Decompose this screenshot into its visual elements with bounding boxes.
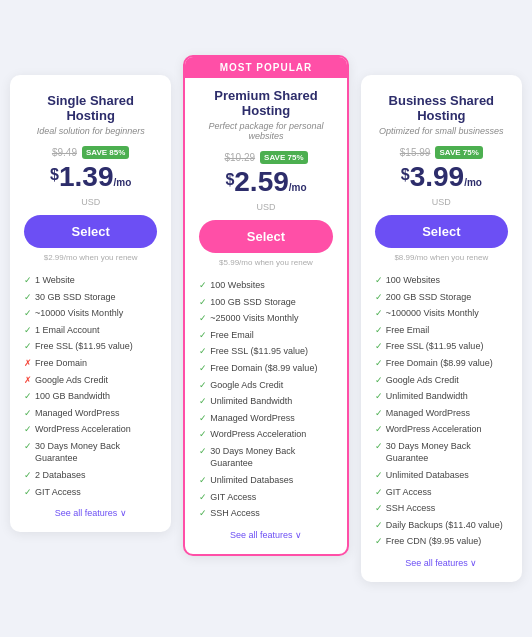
feature-text: ~100000 Visits Monthly xyxy=(386,307,479,320)
features-list: ✓100 Websites✓200 GB SSD Storage✓~100000… xyxy=(375,272,508,550)
feature-text: Free Domain ($8.99 value) xyxy=(386,357,493,370)
old-price: $9.49 xyxy=(52,147,77,158)
feature-item: ✓SSH Access xyxy=(375,500,508,517)
see-all-link[interactable]: See all features ∨ xyxy=(375,558,508,568)
pricing-container: Single Shared HostingIdeal solution for … xyxy=(10,55,522,582)
check-icon: ✓ xyxy=(375,374,383,387)
price-amount: 2.59 xyxy=(234,166,289,197)
plan-card-single: Single Shared HostingIdeal solution for … xyxy=(10,75,171,532)
feature-text: 2 Databases xyxy=(35,469,86,482)
check-icon: ✓ xyxy=(199,345,207,358)
feature-item: ✓Free CDN ($9.95 value) xyxy=(375,533,508,550)
currency-symbol: $ xyxy=(401,166,410,183)
feature-text: GIT Access xyxy=(386,486,432,499)
check-icon: ✓ xyxy=(199,445,207,458)
feature-item: ✓Free Domain ($8.99 value) xyxy=(199,360,332,377)
old-price: $10.29 xyxy=(224,152,255,163)
price-amount: 1.39 xyxy=(59,161,114,192)
check-icon: ✓ xyxy=(375,307,383,320)
feature-text: Free CDN ($9.95 value) xyxy=(386,535,482,548)
feature-text: Unlimited Bandwidth xyxy=(386,390,468,403)
feature-item: ✓30 Days Money Back Guarantee xyxy=(199,443,332,472)
usd-label: USD xyxy=(375,197,508,207)
select-button[interactable]: Select xyxy=(375,215,508,248)
feature-text: WordPress Acceleration xyxy=(210,428,306,441)
feature-item: ✓100 GB SSD Storage xyxy=(199,294,332,311)
feature-text: 100 GB SSD Storage xyxy=(210,296,296,309)
main-price: $2.59/mo xyxy=(199,166,332,198)
feature-text: 1 Website xyxy=(35,274,75,287)
check-icon: ✓ xyxy=(199,491,207,504)
features-list: ✓100 Websites✓100 GB SSD Storage✓~25000 … xyxy=(199,277,332,522)
feature-text: Free Domain ($8.99 value) xyxy=(210,362,317,375)
plan-name: Premium Shared Hosting xyxy=(199,88,332,118)
usd-label: USD xyxy=(199,202,332,212)
select-button[interactable]: Select xyxy=(199,220,332,253)
feature-text: WordPress Acceleration xyxy=(386,423,482,436)
feature-text: Free SSL ($11.95 value) xyxy=(210,345,308,358)
feature-text: Free Email xyxy=(210,329,254,342)
see-all-link[interactable]: See all features ∨ xyxy=(24,508,157,518)
feature-text: 1 Email Account xyxy=(35,324,100,337)
feature-item: ✓Free SSL ($11.95 value) xyxy=(375,338,508,355)
feature-text: 100 GB Bandwidth xyxy=(35,390,110,403)
feature-text: Unlimited Databases xyxy=(210,474,293,487)
check-icon: ✓ xyxy=(24,486,32,499)
popular-badge: MOST POPULAR xyxy=(185,57,346,78)
feature-item: ✓Managed WordPress xyxy=(199,410,332,427)
feature-item: ✓Free Email xyxy=(199,327,332,344)
feature-item: ✗Google Ads Credit xyxy=(24,372,157,389)
check-icon: ✓ xyxy=(375,519,383,532)
check-icon: ✓ xyxy=(199,507,207,520)
feature-item: ✓30 Days Money Back Guarantee xyxy=(375,438,508,467)
check-icon: ✓ xyxy=(199,362,207,375)
feature-text: 200 GB SSD Storage xyxy=(386,291,472,304)
feature-text: GIT Access xyxy=(35,486,81,499)
feature-text: Free Email xyxy=(386,324,430,337)
check-icon: ✓ xyxy=(24,291,32,304)
feature-text: Daily Backups ($11.40 value) xyxy=(386,519,503,532)
select-button[interactable]: Select xyxy=(24,215,157,248)
feature-text: Free Domain xyxy=(35,357,87,370)
feature-item: ✓200 GB SSD Storage xyxy=(375,289,508,306)
feature-text: ~10000 Visits Monthly xyxy=(35,307,123,320)
check-icon: ✓ xyxy=(375,274,383,287)
feature-item: ✓~10000 Visits Monthly xyxy=(24,305,157,322)
check-icon: ✓ xyxy=(199,329,207,342)
pricing-row: $15.99 SAVE 75% xyxy=(375,146,508,159)
check-icon: ✓ xyxy=(375,407,383,420)
feature-item: ✓Free SSL ($11.95 value) xyxy=(24,338,157,355)
feature-item: ✓Unlimited Bandwidth xyxy=(375,388,508,405)
feature-text: GIT Access xyxy=(210,491,256,504)
feature-item: ✓1 Email Account xyxy=(24,322,157,339)
check-icon: ✓ xyxy=(199,412,207,425)
check-icon: ✓ xyxy=(375,423,383,436)
feature-text: WordPress Acceleration xyxy=(35,423,131,436)
feature-item: ✓Managed WordPress xyxy=(375,405,508,422)
check-icon: ✓ xyxy=(375,324,383,337)
renew-note: $5.99/mo when you renew xyxy=(199,258,332,267)
save-badge: SAVE 85% xyxy=(82,146,129,159)
check-icon: ✓ xyxy=(24,307,32,320)
check-icon: ✓ xyxy=(24,390,32,403)
check-icon: ✓ xyxy=(375,535,383,548)
feature-item: ✓Free Email xyxy=(375,322,508,339)
feature-item: ✓100 Websites xyxy=(199,277,332,294)
usd-label: USD xyxy=(24,197,157,207)
feature-text: Google Ads Credit xyxy=(386,374,459,387)
save-badge: SAVE 75% xyxy=(435,146,482,159)
feature-text: Free SSL ($11.95 value) xyxy=(35,340,133,353)
feature-item: ✓Free Domain ($8.99 value) xyxy=(375,355,508,372)
check-icon: ✓ xyxy=(375,469,383,482)
see-all-link[interactable]: See all features ∨ xyxy=(199,530,332,540)
feature-item: ✓SSH Access xyxy=(199,505,332,522)
per-mo: /mo xyxy=(289,182,307,193)
feature-text: Unlimited Bandwidth xyxy=(210,395,292,408)
cross-icon: ✗ xyxy=(24,374,32,387)
feature-text: 30 Days Money Back Guarantee xyxy=(386,440,508,465)
check-icon: ✓ xyxy=(24,324,32,337)
feature-item: ✓~25000 Visits Monthly xyxy=(199,310,332,327)
feature-item: ✓Unlimited Bandwidth xyxy=(199,393,332,410)
check-icon: ✓ xyxy=(375,390,383,403)
plan-name: Business Shared Hosting xyxy=(375,93,508,123)
